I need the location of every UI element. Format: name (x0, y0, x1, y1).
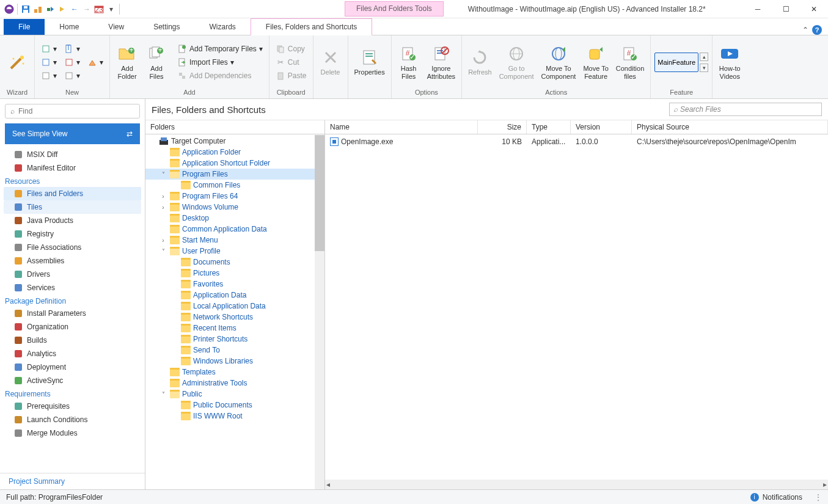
nav-item-launch-conditions[interactable]: Launch Conditions (0, 413, 145, 426)
nav-item-registry[interactable]: Registry (0, 227, 145, 241)
condition-files-button[interactable]: #✓ Condition files (614, 43, 647, 82)
notifications-button[interactable]: i Notifications ⋮ (750, 493, 822, 502)
tree-node-public[interactable]: ˅Public (145, 389, 324, 400)
tree-node-recent-items[interactable]: Recent Items (145, 323, 324, 334)
tab-files-folders-shortcuts[interactable]: Files, Folders and Shortcuts (251, 18, 372, 35)
copy-button[interactable]: Copy (273, 43, 309, 55)
expand-icon[interactable]: › (159, 193, 167, 200)
save-icon[interactable] (20, 4, 31, 15)
file-row[interactable]: OpenImage.exe10 KBApplicati...1.0.0.0C:\… (325, 134, 828, 149)
col-name[interactable]: Name (325, 120, 478, 134)
run2-icon[interactable] (57, 4, 68, 15)
nav-item-manifest-editor[interactable]: Manifest Editor (0, 161, 145, 175)
expand-icon[interactable]: ˅ (159, 171, 167, 178)
horizontal-scrollbar[interactable]: ◂▸ (325, 480, 828, 489)
tree-node-local-application-data[interactable]: Local Application Data (145, 301, 324, 312)
ignore-attributes-button[interactable]: Ignore Attributes (425, 43, 458, 82)
nav-item-services[interactable]: Services (0, 281, 145, 294)
tree-node-desktop[interactable]: Desktop (145, 213, 324, 224)
tree-node-windows-libraries[interactable]: Windows Libraries (145, 356, 324, 367)
expand-icon[interactable]: ˅ (159, 248, 167, 255)
nav-item-drivers[interactable]: Drivers (0, 268, 145, 281)
tree-node-favorites[interactable]: Favorites (145, 279, 324, 290)
tab-home[interactable]: Home (45, 19, 93, 35)
tab-settings[interactable]: Settings (139, 19, 194, 35)
nav-item-merge-modules[interactable]: Merge Modules (0, 426, 145, 440)
nav-item-deployment[interactable]: Deployment (0, 360, 145, 374)
nav-item-msix-diff[interactable]: MSIX Diff (0, 148, 145, 161)
new-item-2[interactable]: ▾ (38, 56, 59, 68)
tree-node-network-shortcuts[interactable]: Network Shortcuts (145, 312, 324, 323)
close-button[interactable]: ✕ (800, 0, 828, 18)
nav-item-activesync[interactable]: ActiveSync (0, 374, 145, 387)
tab-wizards[interactable]: Wizards (195, 19, 251, 35)
maximize-button[interactable]: ☐ (772, 0, 800, 18)
expand-icon[interactable]: › (159, 204, 167, 211)
forward-icon[interactable]: → (81, 4, 92, 15)
feature-up-icon[interactable]: ▴ (700, 53, 708, 61)
tree-node-application-data[interactable]: Application Data (145, 290, 324, 301)
tree-node-common-application-data[interactable]: Common Application Data (145, 224, 324, 235)
tree-node-start-menu[interactable]: ›Start Menu (145, 235, 324, 246)
nav-item-organization[interactable]: Organization (0, 320, 145, 334)
tree-node-application-shortcut-folder[interactable]: Application Shortcut Folder (145, 158, 324, 169)
nav-item-analytics[interactable]: Analytics (0, 347, 145, 360)
calendar-icon[interactable]: 23 (93, 4, 104, 15)
add-folder-button[interactable]: + Add Folder (114, 43, 141, 82)
nav-item-prerequisites[interactable]: Prerequisites (0, 400, 145, 413)
expand-icon[interactable]: ˅ (159, 391, 167, 398)
col-source[interactable]: Physical Source (632, 120, 828, 134)
tree-node-program-files-64[interactable]: ›Program Files 64 (145, 191, 324, 202)
qat-dropdown-icon[interactable]: ▾ (106, 4, 117, 15)
new-item-3[interactable]: ▾ (38, 70, 59, 82)
back-icon[interactable]: ← (69, 4, 80, 15)
move-to-component-button[interactable]: Move To Component (539, 43, 579, 82)
tree-node-target-computer[interactable]: Target Computer (145, 136, 324, 147)
find-box[interactable]: ⌕ Find (5, 104, 140, 119)
tree-node-iis-www-root[interactable]: IIS WWW Root (145, 411, 324, 422)
search-files-input[interactable]: ⌕ Search Files (669, 103, 822, 116)
tree-node-application-folder[interactable]: Application Folder (145, 147, 324, 158)
add-files-button[interactable]: + Add Files (143, 43, 170, 82)
goto-component-button[interactable]: Go to Component (497, 43, 537, 82)
build-icon[interactable] (32, 4, 43, 15)
col-type[interactable]: Type (527, 120, 571, 134)
hash-files-button[interactable]: #✓ Hash Files (395, 43, 422, 82)
collapse-ribbon-icon[interactable]: ⌃ (802, 26, 808, 34)
new-item-5[interactable]: ▾ (62, 56, 82, 68)
col-size[interactable]: Size (478, 120, 527, 134)
tab-file[interactable]: File (4, 19, 45, 35)
new-item-7[interactable]: ▾ (85, 56, 106, 68)
tree-node-send-to[interactable]: Send To (145, 345, 324, 356)
delete-button[interactable]: Delete (317, 46, 344, 78)
col-version[interactable]: Version (571, 120, 632, 134)
nav-item-file-associations[interactable]: File Associations (0, 241, 145, 254)
tree-node-user-profile[interactable]: ˅User Profile (145, 246, 324, 257)
add-dependencies-button[interactable]: Add Dependencies (175, 70, 265, 82)
cut-button[interactable]: ✂Cut (273, 56, 309, 68)
add-temporary-files-button[interactable]: Add Temporary Files ▾ (175, 43, 265, 55)
move-to-feature-button[interactable]: Move To Feature (581, 43, 610, 82)
properties-button[interactable]: Properties (352, 46, 387, 78)
minimize-button[interactable]: ─ (744, 0, 772, 18)
feature-down-icon[interactable]: ▾ (700, 64, 708, 72)
wizard-button[interactable] (4, 51, 31, 73)
tree-node-printer-shortcuts[interactable]: Printer Shortcuts (145, 334, 324, 345)
nav-item-files-and-folders[interactable]: Files and Folders (4, 187, 141, 200)
tree-scrollbar-thumb[interactable] (315, 135, 324, 251)
tree-node-common-files[interactable]: Common Files (145, 180, 324, 191)
new-item-4[interactable]: T▾ (62, 43, 82, 55)
paste-button[interactable]: Paste (273, 70, 309, 82)
feature-combo[interactable] (654, 53, 698, 72)
tab-view[interactable]: View (93, 19, 139, 35)
new-item-6[interactable]: ▾ (62, 70, 82, 82)
simple-view-button[interactable]: See Simple View ⇄ (5, 123, 140, 144)
tree-node-templates[interactable]: Templates (145, 367, 324, 378)
tree-node-windows-volume[interactable]: ›Windows Volume (145, 202, 324, 213)
nav-item-tiles[interactable]: Tiles (4, 200, 141, 214)
tree-node-pictures[interactable]: Pictures (145, 268, 324, 279)
import-files-button[interactable]: Import Files ▾ (175, 56, 265, 68)
expand-icon[interactable]: › (159, 237, 167, 244)
refresh-button[interactable]: Refresh (466, 46, 494, 78)
help-icon[interactable]: ? (812, 25, 822, 35)
